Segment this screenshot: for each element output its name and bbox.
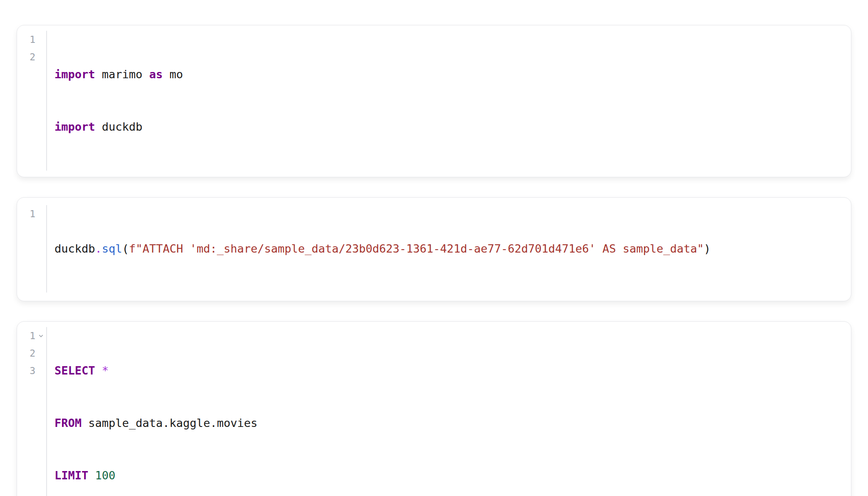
code-line: import duckdb — [55, 118, 851, 136]
line-number: 1 — [30, 327, 35, 345]
code-line: duckdb.sql(f"ATTACH 'md:_share/sample_da… — [55, 240, 851, 258]
code-fold-toggle[interactable] — [35, 333, 46, 339]
line-number-gutter: 1 — [17, 205, 47, 293]
code-line: SELECT * — [55, 362, 851, 379]
line-number: 2 — [30, 345, 35, 362]
code-line: FROM sample_data.kaggle.movies — [55, 414, 851, 432]
line-number-gutter: 1 2 — [17, 31, 47, 171]
line-number: 1 — [30, 31, 35, 48]
line-number: 2 — [30, 48, 35, 66]
code-editor-attach[interactable]: duckdb.sql(f"ATTACH 'md:_share/sample_da… — [47, 205, 851, 293]
code-editor-sql[interactable]: SELECT * FROM sample_data.kaggle.movies … — [47, 327, 851, 496]
sql-cell: 1 2 3 SELECT * FROM sample_data.kaggle.m… — [17, 321, 851, 496]
line-number: 1 — [30, 205, 35, 223]
code-cell-imports: 1 2 import marimo as mo import duckdb — [17, 25, 851, 177]
code-line: import marimo as mo — [55, 66, 851, 83]
code-line: LIMIT 100 — [55, 467, 851, 484]
code-editor-imports[interactable]: import marimo as mo import duckdb — [47, 31, 851, 171]
chevron-down-icon — [38, 333, 44, 339]
line-number-gutter: 1 2 3 — [17, 327, 47, 496]
line-number: 3 — [30, 362, 35, 379]
notebook: 1 2 import marimo as mo import duckdb 1 … — [0, 0, 868, 496]
code-cell-attach: 1 duckdb.sql(f"ATTACH 'md:_share/sample_… — [17, 197, 851, 301]
